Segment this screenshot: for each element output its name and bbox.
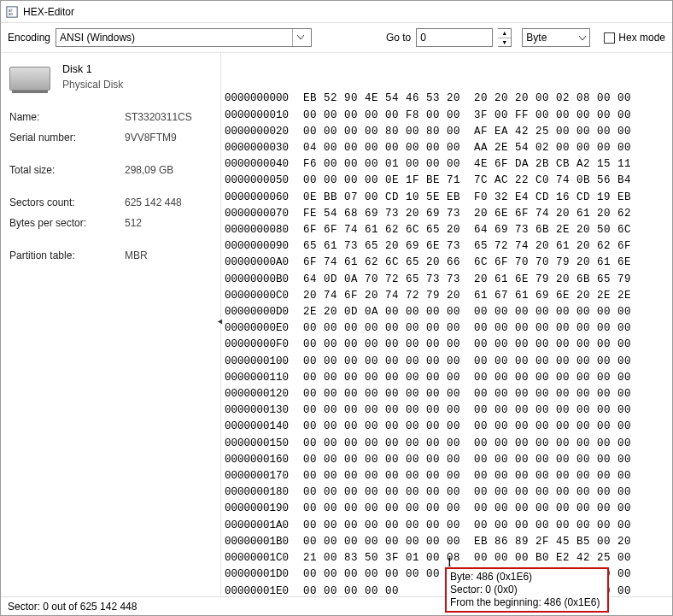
hex-bytes[interactable]: FE 54 68 69 73 20 69 73 20 6E 6F 74 20 6…	[303, 206, 631, 222]
hex-offset: 0000000140	[225, 419, 303, 435]
hex-bytes[interactable]: 21 00 83 50 3F 01 00 08 00 00 00 B0 E2 4…	[303, 550, 631, 566]
property-value: 512	[125, 217, 142, 229]
hex-bytes[interactable]: 00 00 00 00 00 00 00 00 00 00 00 00 00 0…	[303, 501, 631, 517]
property-row: Partition table:MBR	[9, 249, 212, 261]
hex-bytes[interactable]: 00 00 00 00 00 00 00 00 EB 86 89 2F 45 B…	[303, 534, 631, 550]
hex-row[interactable]: 00000000E000 00 00 00 00 00 00 00 00 00 …	[225, 320, 669, 337]
hex-bytes[interactable]: 0E BB 07 00 CD 10 5E EB F0 32 E4 CD 16 C…	[303, 190, 631, 206]
hex-row[interactable]: 00000000D02E 20 0D 0A 00 00 00 00 00 00 …	[225, 304, 669, 320]
hex-offset: 0000000160	[225, 452, 303, 468]
hex-row[interactable]: 00000000A06F 74 61 62 6C 65 20 66 6C 6F …	[225, 255, 669, 271]
hex-offset: 0000000040	[225, 156, 303, 173]
hex-bytes[interactable]: 00 00 00 00 00 00 00 00 00 00 00 00 00 0…	[303, 436, 631, 452]
position-tooltip: Byte: 486 (0x1E6) Sector: 0 (0x0) From t…	[445, 567, 609, 613]
hex-mode-checkbox[interactable]: Hex mode	[604, 32, 665, 44]
hex-bytes[interactable]: 00 00 00 00 00 00 00 00 00 00 00 00 00 0…	[303, 386, 631, 402]
hex-bytes[interactable]: 00 00 00 00 00 00 00 00 00 00 00 00 00 0…	[303, 468, 631, 484]
encoding-label: Encoding	[8, 32, 50, 44]
spinner-down-icon[interactable]: ▼	[498, 38, 511, 47]
hex-view[interactable]: 0000000000EB 52 90 4E 54 46 53 20 20 20 …	[221, 53, 672, 595]
hex-row[interactable]: 000000014000 00 00 00 00 00 00 00 00 00 …	[225, 419, 669, 435]
hex-row[interactable]: 00000001A000 00 00 00 00 00 00 00 00 00 …	[225, 518, 669, 534]
hex-bytes[interactable]: EB 52 90 4E 54 46 53 20 20 20 20 00 02 0…	[303, 91, 631, 107]
hex-row[interactable]: 000000005000 00 00 00 0E 1F BE 71 7C AC …	[225, 173, 669, 189]
hex-bytes[interactable]: 00 00 00 00 00 00 00 00 00 00 00 00 00 0…	[303, 337, 631, 353]
hex-bytes[interactable]: 00 00 00 00 00 00 00 00 00 00 00 00 00 0…	[303, 354, 631, 370]
property-row: Total size:298,09 GB	[9, 164, 212, 176]
hex-bytes[interactable]: 65 61 73 65 20 69 6E 73 65 72 74 20 61 2…	[303, 238, 631, 255]
hex-row[interactable]: 000000012000 00 00 00 00 00 00 00 00 00 …	[225, 386, 669, 402]
hex-row[interactable]: 000000009065 61 73 65 20 69 6E 73 65 72 …	[225, 238, 669, 255]
hex-bytes[interactable]: 6F 6F 74 61 62 6C 65 20 64 69 73 6B 2E 2…	[303, 222, 631, 238]
hex-bytes[interactable]: 00 00 00 00 00 00 00 00 00 00 00 00 00 0…	[303, 484, 631, 501]
hex-row[interactable]: 00000000B064 0D 0A 70 72 65 73 73 20 61 …	[225, 272, 669, 288]
property-label: Bytes per sector:	[9, 217, 125, 229]
hex-row[interactable]: 0000000000EB 52 90 4E 54 46 53 20 20 20 …	[225, 91, 669, 107]
hex-offset: 0000000060	[225, 190, 303, 206]
hex-offset: 00000001D0	[225, 566, 303, 583]
hex-bytes[interactable]: 00 00 00 00 00 00 00 00 00 00 00 00 00 0…	[303, 452, 631, 468]
property-row: Serial number:9VV8FTM9	[9, 132, 212, 144]
hex-row[interactable]: 0000000040F6 00 00 00 01 00 00 00 4E 6F …	[225, 156, 669, 173]
hex-row[interactable]: 00000001B000 00 00 00 00 00 00 00 EB 86 …	[225, 534, 669, 550]
hex-bytes[interactable]: F6 00 00 00 01 00 00 00 4E 6F DA 2B CB A…	[303, 156, 631, 173]
goto-spinner[interactable]: ▲ ▼	[498, 28, 512, 47]
hex-offset: 0000000170	[225, 468, 303, 484]
hex-row[interactable]: 000000010000 00 00 00 00 00 00 00 00 00 …	[225, 354, 669, 370]
hex-bytes[interactable]: 20 74 6F 20 74 72 79 20 61 67 61 69 6E 2…	[303, 288, 631, 304]
hex-row[interactable]: 0000000070FE 54 68 69 73 20 69 73 20 6E …	[225, 206, 669, 222]
hex-bytes[interactable]: 6F 74 61 62 6C 65 20 66 6C 6F 70 70 79 2…	[303, 255, 631, 271]
hex-row[interactable]: 000000017000 00 00 00 00 00 00 00 00 00 …	[225, 468, 669, 484]
hex-bytes[interactable]: 00 00 00 00 00 00 00 00 00 00 00 00 00 0…	[303, 402, 631, 419]
hex-row[interactable]: 00000000806F 6F 74 61 62 6C 65 20 64 69 …	[225, 222, 669, 238]
hex-row[interactable]: 000000016000 00 00 00 00 00 00 00 00 00 …	[225, 452, 669, 468]
hex-offset: 00000000D0	[225, 304, 303, 320]
hex-row[interactable]: 000000001000 00 00 00 00 F8 00 00 3F 00 …	[225, 108, 669, 124]
hex-offset: 0000000180	[225, 484, 303, 501]
hex-bytes[interactable]: 00 00 00 00 00 00 00 00 00 00 00 00 00 0…	[303, 518, 631, 534]
property-value: 9VV8FTM9	[125, 132, 177, 144]
unit-select[interactable]: Byte	[522, 28, 590, 47]
hex-bytes[interactable]: 00 00 00 00 00 F8 00 00 3F 00 FF 00 00 0…	[303, 108, 631, 124]
hex-bytes[interactable]: 00 00 00 00 00 00 00 00 00 00 00 00 00 0…	[303, 419, 631, 435]
hex-bytes[interactable]: 2E 20 0D 0A 00 00 00 00 00 00 00 00 00 0…	[303, 304, 631, 320]
tooltip-byte: Byte: 486 (0x1E6)	[450, 571, 604, 584]
hex-bytes[interactable]: 00 00 00 00 0E 1F BE 71 7C AC 22 C0 74 0…	[303, 173, 631, 189]
hex-offset: 0000000090	[225, 238, 303, 255]
hex-bytes[interactable]: 00 00 00 00 00 00 00 00 00 00 00 00 00 0…	[303, 320, 631, 337]
hex-offset: 0000000080	[225, 222, 303, 238]
hex-row[interactable]: 000000015000 00 00 00 00 00 00 00 00 00 …	[225, 436, 669, 452]
hex-row[interactable]: 000000019000 00 00 00 00 00 00 00 00 00 …	[225, 501, 669, 517]
hex-offset: 0000000100	[225, 354, 303, 370]
property-label: Sectors count:	[9, 197, 125, 208]
hex-row[interactable]: 00000001C021 00 83 50 3F 01 00 08 00 00 …	[225, 550, 669, 566]
sidebar: Disk 1 Physical Disk Name:ST3320311CSSer…	[1, 53, 221, 595]
hex-offset: 0000000010	[225, 108, 303, 124]
hex-row[interactable]: 000000013000 00 00 00 00 00 00 00 00 00 …	[225, 402, 669, 419]
hex-offset: 00000000F0	[225, 337, 303, 353]
hex-bytes[interactable]: 64 0D 0A 70 72 65 73 73 20 61 6E 79 20 6…	[303, 272, 631, 288]
hex-offset: 0000000120	[225, 386, 303, 402]
hex-bytes[interactable]: 00 00 00 00 00 00 00 00 00 00 00 00 00 0…	[303, 370, 631, 386]
toolbar: Encoding ANSI (Windows) Go to 0 ▲ ▼ Byte…	[1, 23, 672, 53]
hex-offset: 0000000020	[225, 124, 303, 140]
hex-row[interactable]: 000000018000 00 00 00 00 00 00 00 00 00 …	[225, 484, 669, 501]
hex-offset: 0000000150	[225, 436, 303, 452]
goto-label: Go to	[386, 32, 411, 44]
hex-row[interactable]: 000000003004 00 00 00 00 00 00 00 AA 2E …	[225, 140, 669, 156]
hex-row[interactable]: 00000000F000 00 00 00 00 00 00 00 00 00 …	[225, 337, 669, 353]
goto-input[interactable]: 0	[416, 28, 493, 47]
hex-offset: 00000000E0	[225, 320, 303, 337]
spinner-up-icon[interactable]: ▲	[498, 29, 511, 38]
hex-row[interactable]: 00000000600E BB 07 00 CD 10 5E EB F0 32 …	[225, 190, 669, 206]
hex-offset: 0000000000	[225, 91, 303, 107]
hex-bytes[interactable]: 04 00 00 00 00 00 00 00 AA 2E 54 02 00 0…	[303, 140, 631, 156]
hex-row[interactable]: 000000011000 00 00 00 00 00 00 00 00 00 …	[225, 370, 669, 386]
encoding-select[interactable]: ANSI (Windows)	[56, 28, 312, 47]
hex-bytes[interactable]: 00 00 00 00 80 00 80 00 AF EA 42 25 00 0…	[303, 124, 631, 140]
hex-row[interactable]: 000000002000 00 00 00 80 00 80 00 AF EA …	[225, 124, 669, 140]
property-value: ST3320311CS	[125, 111, 192, 123]
hex-row[interactable]: 00000000C020 74 6F 20 74 72 79 20 61 67 …	[225, 288, 669, 304]
expand-arrow-icon[interactable]: ◄	[216, 317, 224, 326]
hex-offset: 00000001C0	[225, 550, 303, 566]
